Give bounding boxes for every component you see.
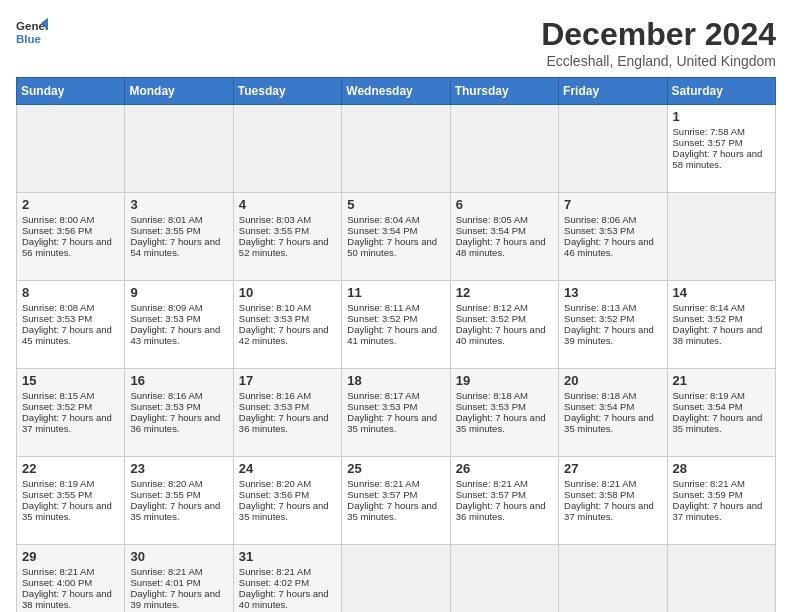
week-row: 8Sunrise: 8:08 AMSunset: 3:53 PMDaylight…: [17, 281, 776, 369]
day-cell-13: 13Sunrise: 8:13 AMSunset: 3:52 PMDayligh…: [559, 281, 667, 369]
logo-icon: General Blue: [16, 16, 48, 48]
calendar-table: SundayMondayTuesdayWednesdayThursdayFrid…: [16, 77, 776, 612]
day-cell-19: 19Sunrise: 8:18 AMSunset: 3:53 PMDayligh…: [450, 369, 558, 457]
empty-cell: [667, 193, 775, 281]
day-cell-21: 21Sunrise: 8:19 AMSunset: 3:54 PMDayligh…: [667, 369, 775, 457]
day-cell-9: 9Sunrise: 8:09 AMSunset: 3:53 PMDaylight…: [125, 281, 233, 369]
week-row: 22Sunrise: 8:19 AMSunset: 3:55 PMDayligh…: [17, 457, 776, 545]
day-cell-4: 4Sunrise: 8:03 AMSunset: 3:55 PMDaylight…: [233, 193, 341, 281]
week-row: 2Sunrise: 8:00 AMSunset: 3:56 PMDaylight…: [17, 193, 776, 281]
empty-cell: [342, 105, 450, 193]
header-row: SundayMondayTuesdayWednesdayThursdayFrid…: [17, 78, 776, 105]
day-header-sunday: Sunday: [17, 78, 125, 105]
week-row: 1Sunrise: 7:58 AMSunset: 3:57 PMDaylight…: [17, 105, 776, 193]
day-cell-12: 12Sunrise: 8:12 AMSunset: 3:52 PMDayligh…: [450, 281, 558, 369]
day-cell-18: 18Sunrise: 8:17 AMSunset: 3:53 PMDayligh…: [342, 369, 450, 457]
empty-cell: [450, 105, 558, 193]
day-cell-8: 8Sunrise: 8:08 AMSunset: 3:53 PMDaylight…: [17, 281, 125, 369]
day-cell-28: 28Sunrise: 8:21 AMSunset: 3:59 PMDayligh…: [667, 457, 775, 545]
day-cell-3: 3Sunrise: 8:01 AMSunset: 3:55 PMDaylight…: [125, 193, 233, 281]
title-block: December 2024 Eccleshall, England, Unite…: [541, 16, 776, 69]
day-cell-6: 6Sunrise: 8:05 AMSunset: 3:54 PMDaylight…: [450, 193, 558, 281]
day-cell-30: 30Sunrise: 8:21 AMSunset: 4:01 PMDayligh…: [125, 545, 233, 613]
day-cell-25: 25Sunrise: 8:21 AMSunset: 3:57 PMDayligh…: [342, 457, 450, 545]
day-header-monday: Monday: [125, 78, 233, 105]
logo: General Blue: [16, 16, 48, 48]
day-header-wednesday: Wednesday: [342, 78, 450, 105]
day-cell-1: 1Sunrise: 7:58 AMSunset: 3:57 PMDaylight…: [667, 105, 775, 193]
page-header: General Blue December 2024 Eccleshall, E…: [16, 16, 776, 69]
month-title: December 2024: [541, 16, 776, 53]
empty-cell: [559, 105, 667, 193]
day-header-thursday: Thursday: [450, 78, 558, 105]
empty-cell: [17, 105, 125, 193]
day-cell-2: 2Sunrise: 8:00 AMSunset: 3:56 PMDaylight…: [17, 193, 125, 281]
day-cell-15: 15Sunrise: 8:15 AMSunset: 3:52 PMDayligh…: [17, 369, 125, 457]
empty-cell: [559, 545, 667, 613]
svg-text:Blue: Blue: [16, 33, 42, 45]
day-cell-17: 17Sunrise: 8:16 AMSunset: 3:53 PMDayligh…: [233, 369, 341, 457]
day-header-friday: Friday: [559, 78, 667, 105]
day-cell-23: 23Sunrise: 8:20 AMSunset: 3:55 PMDayligh…: [125, 457, 233, 545]
day-cell-24: 24Sunrise: 8:20 AMSunset: 3:56 PMDayligh…: [233, 457, 341, 545]
week-row: 15Sunrise: 8:15 AMSunset: 3:52 PMDayligh…: [17, 369, 776, 457]
empty-cell: [450, 545, 558, 613]
day-cell-29: 29Sunrise: 8:21 AMSunset: 4:00 PMDayligh…: [17, 545, 125, 613]
day-cell-16: 16Sunrise: 8:16 AMSunset: 3:53 PMDayligh…: [125, 369, 233, 457]
empty-cell: [233, 105, 341, 193]
day-cell-26: 26Sunrise: 8:21 AMSunset: 3:57 PMDayligh…: [450, 457, 558, 545]
day-cell-5: 5Sunrise: 8:04 AMSunset: 3:54 PMDaylight…: [342, 193, 450, 281]
location-subtitle: Eccleshall, England, United Kingdom: [541, 53, 776, 69]
empty-cell: [667, 545, 775, 613]
day-cell-27: 27Sunrise: 8:21 AMSunset: 3:58 PMDayligh…: [559, 457, 667, 545]
day-cell-10: 10Sunrise: 8:10 AMSunset: 3:53 PMDayligh…: [233, 281, 341, 369]
day-cell-14: 14Sunrise: 8:14 AMSunset: 3:52 PMDayligh…: [667, 281, 775, 369]
week-row: 29Sunrise: 8:21 AMSunset: 4:00 PMDayligh…: [17, 545, 776, 613]
day-header-tuesday: Tuesday: [233, 78, 341, 105]
day-header-saturday: Saturday: [667, 78, 775, 105]
day-cell-22: 22Sunrise: 8:19 AMSunset: 3:55 PMDayligh…: [17, 457, 125, 545]
empty-cell: [342, 545, 450, 613]
empty-cell: [125, 105, 233, 193]
day-cell-7: 7Sunrise: 8:06 AMSunset: 3:53 PMDaylight…: [559, 193, 667, 281]
day-cell-20: 20Sunrise: 8:18 AMSunset: 3:54 PMDayligh…: [559, 369, 667, 457]
day-cell-11: 11Sunrise: 8:11 AMSunset: 3:52 PMDayligh…: [342, 281, 450, 369]
day-cell-31: 31Sunrise: 8:21 AMSunset: 4:02 PMDayligh…: [233, 545, 341, 613]
